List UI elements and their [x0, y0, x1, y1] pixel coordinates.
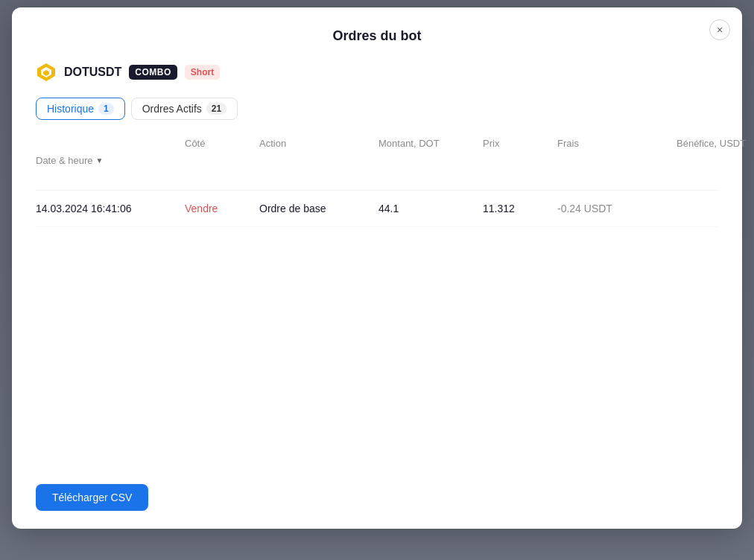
col-montant: Montant, DOT	[378, 138, 483, 182]
col-action: Action	[259, 138, 378, 182]
close-button[interactable]: ×	[709, 19, 730, 40]
col-prix: Prix	[483, 138, 557, 182]
table-row: 14.03.2024 16:41:06 Vendre Ordre de base…	[36, 191, 718, 227]
dot-icon	[36, 62, 57, 83]
tab-ordres-actifs-count: 21	[206, 103, 226, 115]
pair-name: DOTUSDT	[64, 66, 121, 79]
cell-action: Ordre de base	[259, 203, 378, 214]
cell-date: 14.03.2024 16:41:06	[36, 203, 185, 214]
col-date[interactable]: Date & heure ▼	[36, 138, 185, 182]
col-frais: Frais	[557, 138, 677, 182]
tabs-row: Historique 1 Ordres Actifs 21	[36, 98, 718, 120]
tab-historique-label: Historique	[47, 103, 94, 115]
modal-dialog: Ordres du bot × DOTUSDT COMBO Short Hist…	[12, 7, 742, 529]
combo-badge: COMBO	[129, 65, 177, 80]
modal-title: Ordres du bot	[36, 28, 718, 44]
tab-ordres-actifs-label: Ordres Actifs	[142, 103, 202, 115]
sort-arrow-icon: ▼	[96, 156, 104, 165]
col-benefice: Bénéfice, USDT	[677, 138, 754, 182]
tab-ordres-actifs[interactable]: Ordres Actifs 21	[131, 98, 238, 120]
tab-historique[interactable]: Historique 1	[36, 98, 125, 120]
modal-header: DOTUSDT COMBO Short	[36, 62, 718, 83]
cell-frais: -0.24 USDT	[557, 203, 677, 214]
col-cote: Côté	[185, 138, 259, 182]
download-csv-button[interactable]: Télécharger CSV	[36, 484, 148, 511]
cell-prix: 11.312	[483, 203, 557, 214]
cell-montant: 44.1	[378, 203, 483, 214]
table-header: Date & heure ▼ Côté Action Montant, DOT …	[36, 138, 718, 191]
cell-cote: Vendre	[185, 203, 259, 214]
orders-table: Date & heure ▼ Côté Action Montant, DOT …	[36, 138, 718, 227]
tab-historique-count: 1	[98, 103, 114, 115]
short-badge: Short	[185, 65, 220, 80]
